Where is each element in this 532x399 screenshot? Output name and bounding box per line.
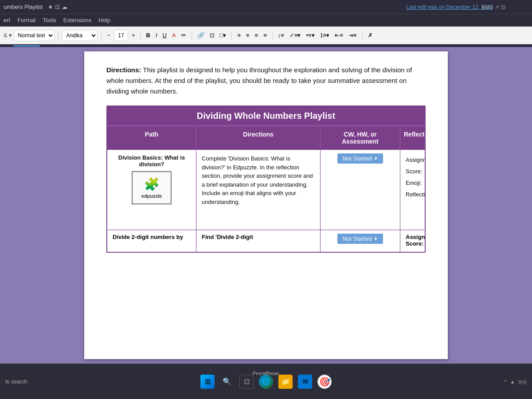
bullet-list-button[interactable]: •≡▾ xyxy=(304,30,316,41)
bold-button[interactable]: B xyxy=(144,30,152,41)
path-cell-1: Division Basics: What is division? 🧩 edp… xyxy=(107,150,196,230)
dropdown-arrow-2: ▼ xyxy=(373,236,378,241)
menu-item-tools[interactable]: Tools xyxy=(43,17,56,23)
directions-body: This playlist is designed to help you th… xyxy=(106,66,412,95)
cloud-icon[interactable]: ☁ xyxy=(62,4,67,10)
directions-paragraph: Directions: This playlist is designed to… xyxy=(106,65,426,97)
reflection-cell-1: Assignment Score: Emoji: Reflection: xyxy=(400,150,426,230)
toolbar-styles-prefix: & ▾ xyxy=(4,32,12,39)
toolbar-separator-5 xyxy=(231,31,232,40)
underline-button[interactable]: U xyxy=(161,30,168,41)
kami-arrow-icon: ↗ xyxy=(495,4,499,10)
kami-badge: kami ↗ ⊡ xyxy=(482,4,505,10)
task-view-icon[interactable]: ⊡ xyxy=(239,375,254,389)
last-edit-link[interactable]: Last edit was on December 12, 2022 xyxy=(407,4,493,10)
checklist-button[interactable]: ✓≡▾ xyxy=(288,30,303,41)
align-center-button[interactable]: ≡ xyxy=(244,30,251,41)
font-size-decrease[interactable]: − xyxy=(105,30,112,41)
line-spacing-button[interactable]: ↕≡ xyxy=(276,30,286,41)
kami-window-icon: ⊡ xyxy=(501,4,505,10)
edpuzzle-image-box: 🧩 edpuzzle xyxy=(132,171,172,204)
reflection-cell-2: Assignment Score: xyxy=(400,230,426,252)
menu-item-extensions[interactable]: Extensions xyxy=(63,17,92,23)
clear-format-button[interactable]: ✗ xyxy=(366,30,375,41)
directions-content-2: Find 'Divide 2-digit xyxy=(202,234,253,240)
align-justify-button[interactable]: ≡ xyxy=(262,30,269,41)
not-started-label-2: Not Started xyxy=(343,235,372,242)
search-text: to search xyxy=(5,379,27,385)
not-started-button-2[interactable]: Not Started ▼ xyxy=(337,234,383,244)
col-header-cw: CW, HW, orAssessment xyxy=(320,126,400,149)
windows-start-icon[interactable]: ⊞ xyxy=(200,375,215,389)
path-title-2: Divide 2-digit numbers by xyxy=(113,234,183,240)
toolbar-separator-2 xyxy=(101,31,102,40)
numbered-list-button[interactable]: 1≡▾ xyxy=(318,30,332,41)
table-title: Dividing Whole Numbers Playlist xyxy=(107,106,425,125)
edpuzzle-icon: 🧩 xyxy=(144,177,160,192)
path-cell-2: Divide 2-digit numbers by xyxy=(107,230,196,252)
column-headers: Path Directions CW, HW, orAssessment Ref… xyxy=(107,125,425,149)
image-button[interactable]: ⊡ xyxy=(208,30,216,41)
playlist-table: Dividing Whole Numbers Playlist Path Dir… xyxy=(106,106,426,253)
scroll-indicator xyxy=(13,45,40,47)
italic-button[interactable]: I xyxy=(154,30,159,41)
directions-content-1: Complete 'Division Basics: What is divis… xyxy=(202,155,313,205)
menu-bar: ert Format Tools Extensions Help xyxy=(0,14,532,27)
col-header-path: Path xyxy=(107,126,196,149)
font-size-increase[interactable]: + xyxy=(130,30,137,41)
taskbar-right: ^ ▲ ((•)) xyxy=(504,379,527,384)
reflection-emoji-label: Emoji: xyxy=(406,177,426,189)
taskbar: to search Promethean ⊞ 🔍 ⊡ 🌐 📁 ✉ 🎯 ^ ^ ▲… xyxy=(0,364,532,399)
toolbar-separator-6 xyxy=(272,31,273,40)
link-button[interactable]: 🔗 xyxy=(196,30,206,41)
style-select[interactable]: Normal text xyxy=(14,30,55,41)
reflection-text-label: Reflection: xyxy=(406,189,426,200)
table-row-1: Division Basics: What is division? 🧩 edp… xyxy=(107,149,425,230)
col-header-directions: Directions xyxy=(196,126,320,149)
app-bar: umbers Playlist ★ ⊡ ☁ Last edit was on D… xyxy=(0,0,532,14)
directions-cell-1: Complete 'Division Basics: What is divis… xyxy=(196,150,320,230)
indent-less-button[interactable]: ⇤≡ xyxy=(333,30,345,41)
indent-more-button[interactable]: ⇥≡ xyxy=(347,30,359,41)
cw-cell-2[interactable]: Not Started ▼ xyxy=(320,230,400,252)
toolbar-separator-3 xyxy=(140,31,141,40)
edpuzzle-label: edpuzzle xyxy=(141,193,162,199)
menu-item-help[interactable]: Help xyxy=(98,17,110,23)
document-area: Directions: This playlist is designed to… xyxy=(0,47,532,364)
reflection-score-2: Assignment Score: xyxy=(406,234,426,247)
toolbar-separator-7 xyxy=(362,31,363,40)
directions-bold-label: Directions: xyxy=(106,66,141,74)
star-icon[interactable]: ★ xyxy=(48,4,53,10)
menu-item-edit[interactable]: ert xyxy=(4,17,10,23)
col-header-reflection: Reflection/Assignment Score xyxy=(400,126,426,149)
file-explorer-icon[interactable]: 📁 xyxy=(278,375,293,389)
save-icon[interactable]: ⊡ xyxy=(55,4,60,10)
directions-cell-2: Find 'Divide 2-digit xyxy=(196,230,320,252)
not-started-label-1: Not Started xyxy=(343,155,372,162)
menu-item-format[interactable]: Format xyxy=(17,17,35,23)
image2-button[interactable]: □▾ xyxy=(218,30,228,41)
mail-icon[interactable]: ✉ xyxy=(298,375,312,389)
not-started-button-1[interactable]: Not Started ▼ xyxy=(337,153,383,164)
toolbar-separator-1 xyxy=(58,31,59,40)
toolbar: & ▾ Normal text Andika − + B I U A ✏ 🔗 ⊡… xyxy=(0,27,532,44)
wifi-icon[interactable]: ((•)) xyxy=(518,379,527,384)
taskbar-arrow-up: ^ xyxy=(265,370,267,376)
table-row-2: Divide 2-digit numbers by Find 'Divide 2… xyxy=(107,230,425,252)
text-color-button[interactable]: A xyxy=(170,30,178,41)
taskbar-search-icon[interactable]: 🔍 xyxy=(220,375,234,389)
font-size-input[interactable] xyxy=(114,30,128,41)
kami-label: kami xyxy=(482,4,493,10)
cw-cell-1[interactable]: Not Started ▼ xyxy=(320,150,400,230)
align-right-button[interactable]: ≡ xyxy=(253,30,260,41)
align-left-button[interactable]: ≡ xyxy=(235,30,243,41)
app-title: umbers Playlist xyxy=(4,4,43,10)
system-tray-chevron[interactable]: ^ xyxy=(504,379,506,384)
highlight-button[interactable]: ✏ xyxy=(180,30,188,41)
doc-page: Directions: This playlist is designed to… xyxy=(84,51,448,359)
toolbar-separator-4 xyxy=(192,31,192,40)
font-select[interactable]: Andika xyxy=(62,30,98,41)
system-tray-arrow[interactable]: ▲ xyxy=(510,379,515,384)
path-title-1: Division Basics: What is division? xyxy=(113,154,191,168)
chrome-icon[interactable]: 🎯 xyxy=(317,375,332,389)
